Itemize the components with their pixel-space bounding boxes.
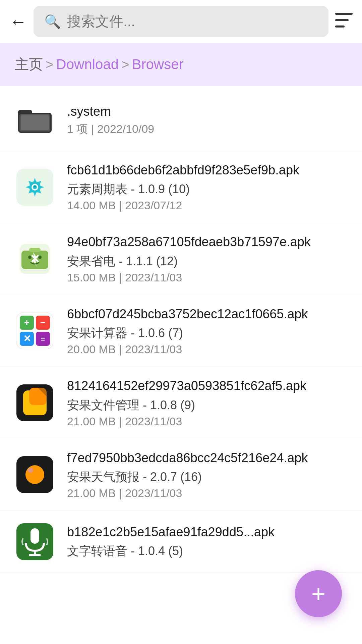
file-info: 94e0bf73a258a67105fdeaeb3b71597e.apk 安果省… [67,234,347,284]
list-item[interactable]: .system 1 项 | 2022/10/09 [0,89,362,151]
file-name: b182e1c2b5e15afae91fa29dd5...apk [67,524,347,540]
file-name: 6bbcf07d245bcba3752bec12ac1f0665.apk [67,306,347,322]
file-meta: 21.00 MB | 2023/11/03 [67,487,347,500]
list-item[interactable]: 8124164152ef29973a0593851fc62af5.apk 安果文… [0,367,362,439]
svg-rect-6 [21,115,49,130]
file-sub: 文字转语音 - 1.0.4 (5) [67,543,347,559]
file-sub: 安果计算器 - 1.0.6 (7) [67,325,347,341]
list-item[interactable]: b182e1c2b5e15afae91fa29dd5...apk 文字转语音 -… [0,511,362,573]
breadcrumb-home[interactable]: 主页 [15,55,43,74]
file-name: 8124164152ef29973a0593851fc62af5.apk [67,378,347,394]
app-icon-voice [15,522,55,562]
svg-rect-2 [335,25,345,28]
list-item[interactable]: + − ✕ = 6bbcf07d245bcba3752bec12ac1f0665… [0,295,362,367]
file-meta: 14.00 MB | 2023/07/12 [67,199,347,212]
breadcrumb-sep1: > [46,57,53,72]
fab-button[interactable]: + [295,570,342,617]
breadcrumb: 主页 > Download > Browser [0,43,362,86]
svg-point-33 [25,465,44,484]
app-icon-fdroid [15,167,55,207]
file-sub: 安果文件管理 - 1.0.8 (9) [67,397,347,414]
file-name: f7ed7950bb3edcda86bcc24c5f216e24.apk [67,450,347,466]
svg-point-11 [34,185,36,187]
svg-rect-16 [29,248,41,252]
header: ← 🔍 [0,0,362,43]
file-sub: 元素周期表 - 1.0.9 (10) [67,181,347,198]
app-icon-files [15,383,55,423]
file-info: 8124164152ef29973a0593851fc62af5.apk 安果文… [67,378,347,428]
svg-text:✕: ✕ [23,333,31,344]
back-button[interactable]: ← [9,13,27,30]
svg-text:−: − [40,317,46,328]
svg-rect-0 [335,13,353,15]
file-meta: 21.00 MB | 2023/11/03 [67,415,347,428]
file-info: fcb61d1b66deb6f2abbfd9f283e5ef9b.apk 元素周… [67,162,347,212]
breadcrumb-current: Browser [132,56,184,72]
search-input[interactable] [67,13,318,30]
svg-text:=: = [41,335,45,343]
search-icon: 🔍 [44,14,61,30]
file-sub: 安果天气预报 - 2.0.7 (16) [67,469,347,485]
file-info: b182e1c2b5e15afae91fa29dd5...apk 文字转语音 -… [67,524,347,559]
file-info: 6bbcf07d245bcba3752bec12ac1f0665.apk 安果计… [67,306,347,356]
app-icon-battery: ✕ [15,239,55,279]
file-sub: 安果省电 - 1.1.1 (12) [67,253,347,270]
list-item[interactable]: fcb61d1b66deb6f2abbfd9f283e5ef9b.apk 元素周… [0,151,362,223]
app-icon-calc: + − ✕ = [15,311,55,351]
svg-text:+: + [24,317,29,328]
file-list: .system 1 项 | 2022/10/09 fcb61d1b [0,86,362,576]
svg-rect-37 [31,528,39,544]
app-icon-weather [15,454,55,495]
sort-button[interactable] [335,11,353,32]
file-meta: 15.00 MB | 2023/11/03 [67,271,347,284]
search-bar[interactable]: 🔍 [34,6,328,37]
folder-icon [15,100,55,140]
file-meta: 20.00 MB | 2023/11/03 [67,343,347,356]
breadcrumb-download[interactable]: Download [56,56,119,72]
file-name: .system [67,103,347,120]
svg-point-17 [28,256,32,259]
fab-plus-icon: + [311,582,325,606]
file-info: .system 1 项 | 2022/10/09 [67,103,347,137]
svg-point-35 [28,468,33,473]
svg-rect-1 [335,19,349,21]
file-info: f7ed7950bb3edcda86bcc24c5f216e24.apk 安果天… [67,450,347,500]
file-name: 94e0bf73a258a67105fdeaeb3b71597e.apk [67,234,347,250]
svg-point-18 [38,256,42,259]
file-meta: 1 项 | 2022/10/09 [67,121,347,137]
list-item[interactable]: f7ed7950bb3edcda86bcc24c5f216e24.apk 安果天… [0,439,362,511]
breadcrumb-sep2: > [121,57,129,72]
file-name: fcb61d1b66deb6f2abbfd9f283e5ef9b.apk [67,162,347,178]
list-item[interactable]: ✕ 94e0bf73a258a67105fdeaeb3b71597e.apk 安… [0,223,362,295]
